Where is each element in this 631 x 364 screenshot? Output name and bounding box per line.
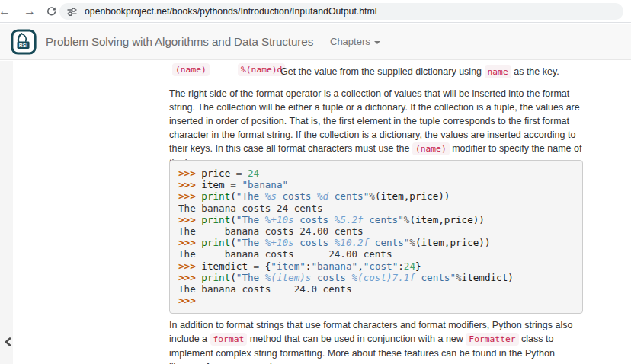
code-token: >>>: [178, 237, 201, 248]
inline-code: format: [210, 333, 248, 346]
example-cell: %(name)d: [238, 63, 285, 76]
code-token: "item": [271, 260, 306, 272]
code-token: (: [230, 214, 236, 225]
code-token: %5.2f: [335, 214, 364, 225]
code-token: "banana": [242, 179, 288, 190]
code-token: costs: [277, 190, 317, 202]
code-token: costs: [311, 272, 351, 283]
url-text: openbookproject.net/books/pythonds/Intro…: [85, 6, 377, 17]
code-token: >>>: [178, 179, 201, 190]
code-token: (: [230, 237, 236, 248]
chevron-down-icon: [374, 41, 380, 44]
code-token: %10.2f: [335, 237, 370, 248]
code-token: The banana costs 24.00 cents: [178, 248, 392, 260]
code-line: >>> print("The %+10s costs %5.2f cents"%…: [178, 214, 574, 225]
code-token: =: [230, 179, 236, 190]
browser-toolbar: ← → openbookproject.net/books/pythonds/I…: [0, 0, 631, 23]
forward-icon[interactable]: →: [21, 2, 39, 21]
code-token: >>>: [178, 214, 201, 225]
code-token: %: [456, 272, 462, 283]
code-token: cents": [369, 237, 409, 248]
page-content: (name) %(name)d Get the value from the s…: [169, 61, 583, 364]
code-token: %+10s: [265, 214, 294, 225]
format-modifier-table-row: (name) %(name)d Get the value from the s…: [169, 62, 583, 81]
code-token: itemdict): [462, 272, 514, 283]
address-bar[interactable]: openbookproject.net/books/pythonds/Intro…: [59, 3, 623, 20]
code-token: The banana costs 24.0 cents: [178, 283, 351, 295]
rsi-logo[interactable]: RSI: [11, 29, 37, 55]
back-icon[interactable]: ←: [0, 2, 14, 21]
previous-page-chevron[interactable]: [2, 336, 14, 348]
code-token: "The: [236, 237, 265, 248]
code-token: (item,price)): [415, 237, 491, 248]
code-token: cents": [415, 272, 456, 283]
paragraph-format-method: In addition to format strings that use f…: [169, 318, 583, 364]
code-token: price: [201, 168, 236, 179]
code-token: costs: [294, 214, 335, 225]
inline-code: name: [485, 65, 511, 78]
code-token: "The: [236, 214, 265, 225]
code-token: >>>: [178, 260, 201, 272]
code-line: >>> print("The %s costs %d cents"%(item,…: [178, 190, 574, 202]
code-token: %s: [265, 190, 277, 202]
reload-icon[interactable]: [42, 2, 60, 21]
code-token: 24: [404, 260, 415, 272]
code-line: >>> print("The %+10s costs %10.2f cents"…: [178, 237, 574, 248]
code-token: >>>: [178, 295, 196, 306]
chapters-label: Chapters: [330, 36, 370, 47]
code-token: The banana costs 24.00 cents: [178, 225, 364, 237]
inline-code: (name): [412, 142, 450, 155]
text-run: as the key.: [511, 66, 559, 77]
code-token: The banana costs 24 cents: [178, 203, 323, 214]
python-session-codeblock: >>> price = 24>>> item = "banana">>> pri…: [169, 160, 583, 314]
code-token: "cost": [364, 260, 399, 272]
text-run: method that can be used in conjunction w…: [247, 334, 466, 344]
code-token: {: [259, 260, 271, 272]
code-token: "The: [236, 190, 265, 202]
left-gutter: [0, 61, 13, 364]
code-token: "banana": [311, 260, 357, 272]
code-line: >>> price = 24: [178, 168, 574, 179]
code-line: The banana costs 24 cents: [178, 203, 574, 214]
code-token: costs: [294, 237, 335, 248]
code-token: >>>: [178, 190, 201, 202]
inline-code: Formatter: [466, 333, 518, 346]
code-token: >>>: [178, 272, 201, 283]
code-line: >>> print("The %(item)s costs %(cost)7.1…: [178, 272, 574, 283]
code-token: print: [201, 190, 230, 202]
code-line: The banana costs 24.00 cents: [178, 248, 574, 260]
code-line: >>>: [178, 295, 574, 306]
code-token: ,: [357, 260, 364, 272]
code-token: cents": [364, 214, 404, 225]
code-token: "The: [236, 272, 265, 283]
code-token: (item,price)): [409, 214, 485, 225]
code-token: print: [201, 272, 230, 283]
code-token: %(cost)7.1f: [352, 272, 415, 283]
code-token: print: [201, 214, 230, 225]
code-token: %(item)s: [265, 272, 312, 283]
tune-icon-glyph: [66, 6, 78, 18]
code-token: itemdict: [201, 260, 253, 272]
code-line: >>> item = "banana": [178, 179, 574, 190]
rsi-logo-icon: RSI: [11, 29, 37, 55]
code-token: [242, 168, 248, 179]
code-token: (item,price)): [375, 190, 450, 202]
book-title[interactable]: Problem Solving with Algorithms and Data…: [46, 24, 313, 60]
code-token: >>>: [178, 168, 201, 179]
modifier-cell: (name): [172, 63, 210, 76]
chapters-menu[interactable]: Chapters: [330, 24, 380, 60]
reload-icon-glyph: [46, 6, 57, 18]
code-token: print: [201, 237, 230, 248]
code-token: %: [409, 237, 415, 248]
code-token: cents": [328, 190, 369, 202]
chevron-left-icon: [2, 336, 14, 348]
code-line: The banana costs 24.00 cents: [178, 225, 574, 237]
code-token: }: [415, 260, 421, 272]
code-token: 24: [248, 168, 259, 179]
description-cell: Get the value from the supplied dictiona…: [280, 65, 559, 78]
code-token: %: [369, 190, 375, 202]
code-token: %+10s: [265, 237, 294, 248]
code-token: %d: [317, 190, 328, 202]
text-run: Get the value from the supplied dictiona…: [280, 66, 485, 77]
site-settings-icon[interactable]: [66, 6, 78, 18]
